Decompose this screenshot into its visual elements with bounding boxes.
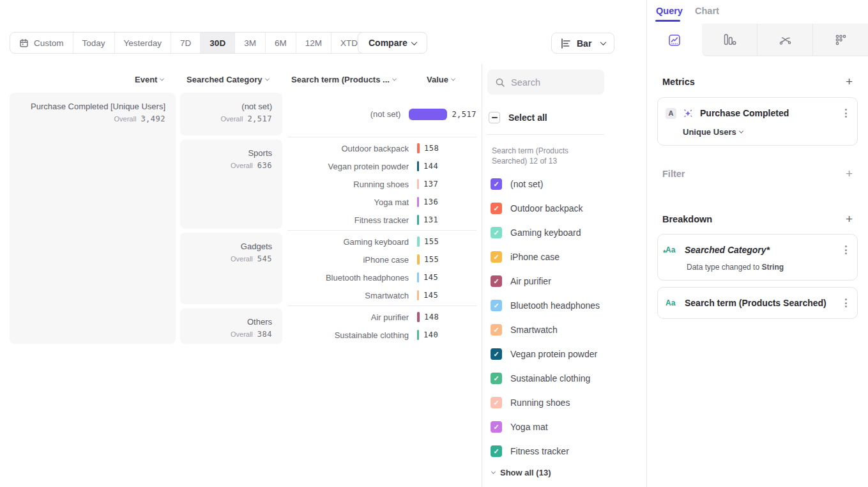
value-bar[interactable] <box>417 197 419 207</box>
select-all-checkbox[interactable] <box>489 112 500 123</box>
chevron-down-icon <box>411 39 417 45</box>
value-bar[interactable] <box>417 290 419 300</box>
legend-item[interactable]: ✓Vegan protein powder <box>491 342 618 366</box>
column-header-searched-category[interactable]: Searched Category <box>187 75 269 84</box>
series-checkbox[interactable]: ✓ <box>491 178 502 190</box>
date-range-yesterday[interactable]: Yesterday <box>114 33 171 53</box>
bar-row: Vegan protein powder144 <box>287 157 476 175</box>
series-checkbox[interactable]: ✓ <box>491 348 502 360</box>
date-range-12m[interactable]: 12M <box>296 33 331 53</box>
bar-row: Sustainable clothing140 <box>287 326 476 344</box>
legend-item[interactable]: ✓Outdoor backpack <box>491 196 618 220</box>
legend-item-label: (not set) <box>510 179 543 189</box>
legend-item[interactable]: ✓Yoga mat <box>491 415 618 439</box>
chart-type-select[interactable]: Bar <box>551 33 614 54</box>
series-checkbox[interactable]: ✓ <box>491 203 502 214</box>
date-range-label: Yesterday <box>124 38 162 48</box>
series-checkbox[interactable]: ✓ <box>491 397 502 408</box>
legend-item[interactable]: ✓Gaming keyboard <box>491 220 618 245</box>
value-bar[interactable] <box>409 109 447 120</box>
legend-item[interactable]: ✓Running shoes <box>491 390 618 415</box>
category-group: GadgetsOverall545Gaming keyboard155iPhon… <box>180 233 476 304</box>
value-bar[interactable] <box>417 143 420 153</box>
chevron-down-icon <box>264 77 269 81</box>
value-bar[interactable] <box>417 330 419 340</box>
analytics-app: CustomTodayYesterday7D30D3M6M12MXTD Comp… <box>0 0 868 487</box>
value-bar[interactable] <box>417 254 420 265</box>
date-range-today[interactable]: Today <box>73 33 114 53</box>
category-cell[interactable]: (not set)Overall2,517 <box>180 93 282 135</box>
column-header-value[interactable]: Value <box>427 75 455 84</box>
legend-item[interactable]: ✓(not set) <box>491 172 618 196</box>
metric-menu-button[interactable] <box>842 106 849 120</box>
breakdown-card[interactable]: Aa Search term (Products Searched) <box>657 287 858 319</box>
value-label: 137 <box>423 180 438 189</box>
metric-card[interactable]: A Purchase Completed Unique Users <box>657 97 858 146</box>
value-bar[interactable] <box>417 161 419 171</box>
date-range-7d[interactable]: 7D <box>171 33 200 53</box>
legend-item[interactable]: ✓Fitness tracker <box>491 439 618 463</box>
value-bar[interactable] <box>417 179 419 189</box>
series-checkbox[interactable]: ✓ <box>491 445 502 457</box>
category-cell[interactable]: SportsOverall636 <box>180 139 282 229</box>
category-overall: Overall384 <box>190 330 272 339</box>
add-filter-button[interactable]: + <box>846 167 853 180</box>
series-checkbox[interactable]: ✓ <box>491 227 502 238</box>
chevron-down-icon <box>739 129 743 134</box>
legend-item[interactable]: ✓Bluetooth headphones <box>491 293 618 318</box>
legend-item-label: Sustainable clothing <box>510 373 590 383</box>
event-cell[interactable]: Purchase Completed [Unique Users] Overal… <box>10 93 176 344</box>
search-input[interactable] <box>511 77 588 88</box>
series-checkbox[interactable]: ✓ <box>491 421 502 433</box>
legend-item[interactable]: ✓iPhone case <box>491 245 618 269</box>
date-range-custom[interactable]: Custom <box>10 33 73 53</box>
column-header-event[interactable]: Event <box>135 75 164 84</box>
series-checkbox[interactable]: ✓ <box>491 373 502 384</box>
legend-item[interactable]: ✓Air purifier <box>491 269 618 293</box>
measure-select[interactable]: Unique Users <box>683 127 849 137</box>
series-checkbox[interactable]: ✓ <box>491 300 502 311</box>
column-header-search-term[interactable]: Search term (Products ... <box>291 75 396 84</box>
category-cell[interactable]: OthersOverall384 <box>180 308 282 344</box>
value-bar[interactable] <box>417 236 420 247</box>
date-range-3m[interactable]: 3M <box>234 33 265 53</box>
vertical-divider <box>482 64 482 487</box>
compare-button[interactable]: Compare <box>358 32 427 54</box>
tab-flows[interactable] <box>757 24 812 56</box>
value-label: 140 <box>423 330 438 339</box>
bar-row: Bluetooth headphones145 <box>287 268 476 286</box>
metric-name: Purchase Completed <box>700 108 836 118</box>
breakdown-menu-button[interactable] <box>842 243 849 257</box>
show-all-button[interactable]: Show all (13) <box>492 468 551 477</box>
date-range-30d[interactable]: 30D <box>200 33 234 53</box>
series-checkbox[interactable]: ✓ <box>491 275 502 287</box>
legend-item-label: Outdoor backpack <box>510 203 583 213</box>
breakdown-card[interactable]: *Aa Searched Category* Data type changed… <box>657 234 858 281</box>
legend-item[interactable]: ✓Smartwatch <box>491 318 618 342</box>
bar-rows: (not set)2,517 <box>287 93 476 135</box>
search-term-label: iPhone case <box>287 255 409 265</box>
search-term-label: Gaming keyboard <box>287 237 409 247</box>
tab-funnels[interactable] <box>702 24 757 56</box>
tab-retention[interactable] <box>812 24 868 56</box>
tab-chart[interactable]: Chart <box>695 6 719 16</box>
select-all-row[interactable]: Select all <box>489 112 547 123</box>
value-label: 158 <box>424 144 439 153</box>
legend-search[interactable] <box>487 70 604 95</box>
legend-item[interactable]: ✓Sustainable clothing <box>491 366 618 390</box>
add-breakdown-button[interactable]: + <box>846 213 853 225</box>
calendar-icon <box>19 38 29 48</box>
date-range-6m[interactable]: 6M <box>265 33 296 53</box>
value-bar[interactable] <box>417 272 419 282</box>
breakdown-menu-button[interactable] <box>842 296 849 310</box>
series-checkbox[interactable]: ✓ <box>491 324 502 336</box>
filter-header: Filter + <box>662 167 853 180</box>
tab-query[interactable]: Query <box>656 6 683 16</box>
value-bar[interactable] <box>417 312 420 322</box>
value-bar[interactable] <box>417 215 419 225</box>
series-checkbox[interactable]: ✓ <box>491 251 502 263</box>
add-metric-button[interactable]: + <box>846 75 853 88</box>
tab-insights[interactable] <box>647 24 702 56</box>
category-cell[interactable]: GadgetsOverall545 <box>180 233 282 304</box>
flows-icon <box>778 33 792 47</box>
